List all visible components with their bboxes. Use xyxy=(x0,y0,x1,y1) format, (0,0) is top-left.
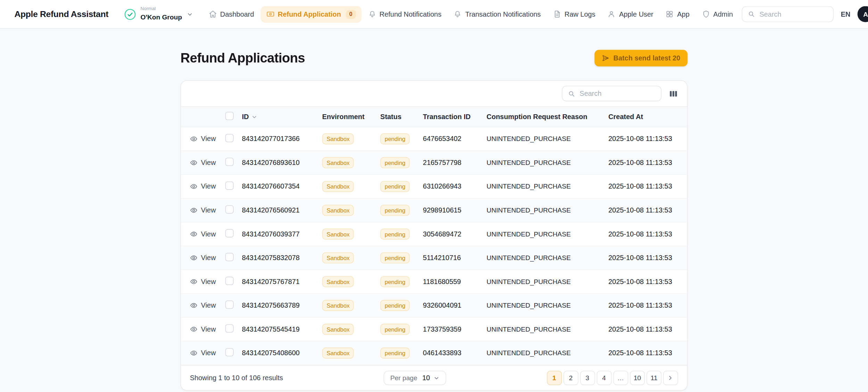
cell-created-at: 2025-10-08 11:13:53 xyxy=(608,349,678,357)
cell-created-at: 2025-10-08 11:13:53 xyxy=(608,278,678,285)
view-label: View xyxy=(201,349,216,357)
view-label: View xyxy=(201,230,216,238)
row-checkbox[interactable] xyxy=(225,206,234,214)
environment-badge: Sandbox xyxy=(322,324,354,335)
view-action[interactable]: View xyxy=(190,207,225,214)
toggle-columns-button[interactable] xyxy=(668,88,679,99)
row-checkbox[interactable] xyxy=(225,229,234,237)
column-header-created-at: Created At xyxy=(608,113,678,120)
chevron-right-icon xyxy=(667,375,674,381)
select-all-checkbox[interactable] xyxy=(225,112,234,120)
page-button[interactable]: 11 xyxy=(646,371,661,385)
view-action[interactable]: View xyxy=(190,349,225,357)
cell-reason: UNINTENDED_PURCHASE xyxy=(487,325,609,333)
page-button[interactable]: 2 xyxy=(563,371,578,385)
view-action[interactable]: View xyxy=(190,183,225,190)
page-button[interactable]: 1 xyxy=(547,371,562,385)
nav-label: Transaction Notifications xyxy=(465,10,540,18)
table-search-input[interactable] xyxy=(580,90,655,97)
nav-item-apple-user[interactable]: Apple User xyxy=(602,6,659,22)
nav-item-raw-logs[interactable]: Raw Logs xyxy=(547,6,601,22)
page-header: Refund Applications Batch send latest 20 xyxy=(181,49,688,67)
nav-item-dashboard[interactable]: Dashboard xyxy=(203,6,259,22)
row-checkbox[interactable] xyxy=(225,253,234,261)
row-checkbox[interactable] xyxy=(225,324,234,333)
cell-transaction-id: 1181680559 xyxy=(423,278,487,285)
cell-transaction-id: 3054689472 xyxy=(423,230,487,238)
chevron-down-icon xyxy=(187,11,193,17)
column-header-id[interactable]: ID xyxy=(242,113,322,120)
nav-label: App xyxy=(677,10,689,18)
eye-icon xyxy=(190,135,198,143)
view-action[interactable]: View xyxy=(190,135,225,143)
table-footer: Showing 1 to 10 of 106 results Per page … xyxy=(181,365,687,390)
columns-icon xyxy=(669,89,678,98)
cell-transaction-id: 9298910615 xyxy=(423,207,487,214)
nav-item-transaction-notifications[interactable]: Transaction Notifications xyxy=(448,6,546,22)
status-badge: pending xyxy=(380,205,410,216)
status-badge: pending xyxy=(380,348,410,359)
global-search-input[interactable] xyxy=(759,10,827,18)
row-checkbox[interactable] xyxy=(225,134,234,142)
user-icon xyxy=(607,10,616,18)
eye-icon xyxy=(190,254,198,262)
row-checkbox[interactable] xyxy=(225,348,234,357)
environment-badge: Sandbox xyxy=(322,181,354,192)
view-action[interactable]: View xyxy=(190,325,225,333)
paper-plane-icon xyxy=(602,54,610,62)
table-row: View 843142076607354 Sandbox pending 631… xyxy=(181,175,687,199)
column-header-reason: Consumption Request Reason xyxy=(487,113,609,120)
global-search xyxy=(742,6,834,22)
per-page-label: Per page xyxy=(390,374,418,382)
per-page-select[interactable]: Per page 10 xyxy=(384,371,446,385)
row-checkbox[interactable] xyxy=(225,277,234,285)
tenant-name: O'Kon Group xyxy=(141,14,182,21)
next-page-button[interactable] xyxy=(663,371,678,385)
per-page-value: 10 xyxy=(422,374,439,382)
view-label: View xyxy=(201,302,216,309)
refund-applications-table-card: ID Environment Status Transaction ID Con… xyxy=(181,80,688,391)
topbar: Apple Refund Assistant Normal O'Kon Grou… xyxy=(0,0,868,29)
table-row: View 843142077017366 Sandbox pending 647… xyxy=(181,127,687,151)
table-search xyxy=(562,86,662,101)
view-action[interactable]: View xyxy=(190,278,225,285)
batch-send-button[interactable]: Batch send latest 20 xyxy=(595,50,688,66)
eye-icon xyxy=(190,325,198,333)
row-checkbox[interactable] xyxy=(225,182,234,190)
nav-item-refund-notifications[interactable]: Refund Notifications xyxy=(362,6,447,22)
cell-created-at: 2025-10-08 11:13:53 xyxy=(608,159,678,167)
view-action[interactable]: View xyxy=(190,302,225,309)
cell-id: 843142076039377 xyxy=(242,230,322,238)
avatar[interactable]: A xyxy=(858,6,868,22)
view-action[interactable]: View xyxy=(190,230,225,238)
tenant-switcher[interactable]: Normal O'Kon Group xyxy=(124,6,193,22)
row-checkbox[interactable] xyxy=(225,301,234,309)
status-check-icon xyxy=(124,8,136,20)
status-badge: pending xyxy=(380,300,410,311)
cell-transaction-id: 0461433893 xyxy=(423,349,487,357)
nav-label: Refund Application xyxy=(278,10,341,18)
environment-badge: Sandbox xyxy=(322,348,354,359)
view-label: View xyxy=(201,207,216,214)
nav-item-refund-application[interactable]: Refund Application 0 xyxy=(261,6,361,23)
nav-item-admin[interactable]: Admin xyxy=(696,6,738,22)
cell-id: 843142076560921 xyxy=(242,207,322,214)
view-action[interactable]: View xyxy=(190,159,225,167)
environment-badge: Sandbox xyxy=(322,228,354,240)
cell-reason: UNINTENDED_PURCHASE xyxy=(487,159,609,167)
environment-badge: Sandbox xyxy=(322,157,354,168)
column-header-status: Status xyxy=(380,113,423,120)
eye-icon xyxy=(190,278,198,285)
cell-reason: UNINTENDED_PURCHASE xyxy=(487,302,609,309)
page-button[interactable]: 3 xyxy=(580,371,595,385)
cell-created-at: 2025-10-08 11:13:53 xyxy=(608,254,678,262)
nav-item-app[interactable]: App xyxy=(660,6,695,22)
status-badge: pending xyxy=(380,324,410,335)
view-action[interactable]: View xyxy=(190,254,225,262)
language-switcher[interactable]: EN xyxy=(841,10,851,18)
page-button[interactable]: 10 xyxy=(630,371,645,385)
page-button[interactable]: 4 xyxy=(596,371,611,385)
eye-icon xyxy=(190,183,198,190)
table-toolbar xyxy=(181,81,687,106)
row-checkbox[interactable] xyxy=(225,158,234,166)
